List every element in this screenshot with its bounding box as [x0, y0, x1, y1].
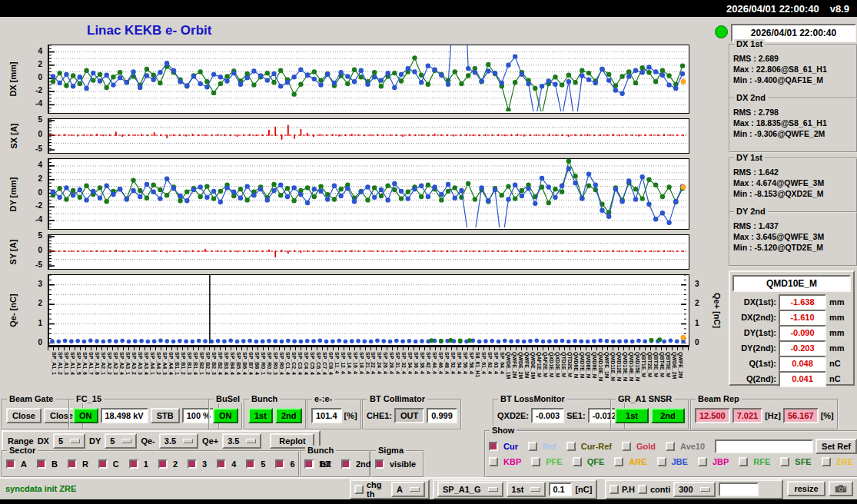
- chg-th-dropdown[interactable]: A: [391, 482, 425, 497]
- chg-th-checkbox[interactable]: [354, 485, 364, 494]
- bunch-filter-1st-checkbox[interactable]: [304, 459, 314, 469]
- bpm-label: SP_44_4: [432, 352, 437, 374]
- qe-plus-axis-ticks: 0123: [691, 274, 709, 346]
- bpm-label: QTD2E_M: [567, 352, 573, 377]
- bunch-select-group: Bunch 1st 2nd: [244, 399, 307, 430]
- bpm-label: SP_A1_6: [82, 352, 88, 375]
- bpm-label: SP_B1_1: [174, 352, 180, 375]
- qxd2e-readout: -0.003: [531, 408, 564, 423]
- sector-1-checkbox[interactable]: [129, 459, 138, 469]
- show-panel: Show CurRefCur-RefGoldAve10Set Ref KBPPF…: [484, 430, 857, 478]
- free-input[interactable]: [719, 482, 759, 496]
- show-pfe-checkbox[interactable]: [531, 457, 540, 466]
- bpm-label: SP_R0_4: [279, 352, 284, 375]
- dropdown-indicator-icon: [183, 439, 193, 443]
- sector-label: R: [82, 459, 88, 469]
- bpm-label: QMD11E_M: [610, 352, 616, 381]
- ref-file-input[interactable]: [715, 439, 813, 453]
- sector-r-checkbox[interactable]: [68, 459, 77, 469]
- bpm-label: SP_31_4: [395, 352, 400, 374]
- status-bar: syncdata init ZRE chg th A SP_A1_G 1st […: [0, 477, 857, 499]
- bunch-filter-2nd-checkbox[interactable]: [341, 459, 350, 469]
- bpm-label: QXD1E_M: [549, 352, 554, 377]
- show-label: SFE: [795, 457, 811, 466]
- che1-readout: 0.999: [427, 408, 457, 423]
- dx-plot: [48, 45, 689, 114]
- resize-button[interactable]: resize: [787, 481, 825, 496]
- show-cur-checkbox[interactable]: [489, 442, 498, 451]
- bpm-label: QAF1E_M: [536, 352, 542, 377]
- dropdown-indicator-icon: [488, 487, 498, 492]
- show-zre-checkbox[interactable]: [822, 457, 831, 466]
- sector-4-checkbox[interactable]: [217, 459, 226, 469]
- show-label: KBP: [503, 457, 521, 466]
- bpm-label: QMD9E_M: [592, 352, 597, 379]
- sx-axis-ticks: -505: [23, 118, 45, 154]
- show-are-checkbox[interactable]: [614, 457, 623, 466]
- sector-5-checkbox[interactable]: [246, 459, 255, 469]
- dx-axis-label: DX [mm]: [6, 45, 20, 114]
- sector-c-checkbox[interactable]: [98, 459, 108, 469]
- sector-6-checkbox[interactable]: [275, 459, 284, 469]
- bpm-label: SP_58_4: [469, 352, 474, 374]
- show-label: ARE: [629, 457, 646, 466]
- bunch-1st-button[interactable]: 1st: [248, 408, 273, 423]
- bpm-label: SP_A1_7: [88, 352, 94, 375]
- bpm-label: QMD13E_M: [623, 352, 628, 382]
- dropdown-indicator-icon: [121, 439, 131, 443]
- busel-on-button[interactable]: ON: [213, 408, 238, 423]
- bpm-label: QBT4E_M: [659, 352, 665, 377]
- gr-a1-1st-button[interactable]: 1st: [615, 408, 649, 423]
- conti-checkbox[interactable]: [638, 485, 647, 494]
- show-ref-checkbox[interactable]: [528, 442, 537, 451]
- screenshot-button[interactable]: [829, 481, 853, 496]
- acquisition-panel: P.H conti 300: [605, 479, 783, 499]
- range-qe-minus-dropdown[interactable]: 3.5: [159, 433, 198, 449]
- show-sfe-checkbox[interactable]: [780, 457, 789, 466]
- bunch-filter-label: 2nd: [356, 459, 371, 469]
- show-label: ZRE: [836, 457, 853, 466]
- bunch-2nd-button[interactable]: 2nd: [275, 408, 303, 423]
- sector-label: 1: [144, 459, 148, 469]
- sector-3-checkbox[interactable]: [188, 459, 197, 469]
- monitor-value: 0.048: [779, 356, 826, 372]
- show-curref-checkbox[interactable]: [566, 442, 576, 451]
- ph-checkbox[interactable]: [610, 485, 619, 494]
- fc15-stb-button[interactable]: STB: [151, 408, 180, 423]
- show-kbp-checkbox[interactable]: [489, 457, 498, 466]
- bpm-label: QMD7E_M: [580, 352, 585, 379]
- threshold-input[interactable]: [549, 482, 572, 496]
- bunch-dropdown[interactable]: 1st: [507, 482, 546, 497]
- sector-a-checkbox[interactable]: [6, 459, 15, 469]
- bt-collimator-group: BT Collimator CHE1: OUT 0.999: [362, 399, 462, 430]
- range-dx-dropdown[interactable]: 5: [53, 433, 85, 449]
- sigma-visible-checkbox[interactable]: [375, 459, 384, 469]
- bpm-label: SP_B4_4: [230, 352, 235, 375]
- dy-axis-label: DY [mm]: [6, 158, 20, 230]
- set-ref-button[interactable]: Set Ref: [815, 439, 857, 454]
- bpm-label: QMD8E_M: [586, 352, 591, 379]
- sector-label: 3: [202, 459, 207, 469]
- beam-gate-close-button-1[interactable]: Close: [6, 408, 42, 423]
- range-qe-plus-dropdown[interactable]: 3.5: [222, 433, 261, 449]
- sector-b-checkbox[interactable]: [37, 459, 46, 469]
- gr-a1-2nd-button[interactable]: 2nd: [651, 408, 685, 423]
- che1-out-button[interactable]: OUT: [394, 408, 424, 423]
- sector-2-checkbox[interactable]: [158, 459, 168, 469]
- busel-group: BuSel ON: [208, 399, 243, 430]
- show-label: JBP: [713, 457, 729, 466]
- show-jbe-checkbox[interactable]: [657, 457, 666, 466]
- bpm-label: SP_A3_4: [144, 352, 149, 375]
- show-qfe-checkbox[interactable]: [573, 457, 582, 466]
- stats-dy-2nd: DY 2nd RMS : 1.437 Max : 3.645@QWFE_3M M…: [729, 211, 857, 267]
- show-jbp-checkbox[interactable]: [698, 457, 707, 466]
- bpm-label: QWDE_2M: [518, 352, 523, 379]
- show-gold-checkbox[interactable]: [622, 442, 631, 451]
- fc15-on-button[interactable]: ON: [73, 408, 98, 423]
- count-dropdown[interactable]: 300: [673, 482, 715, 497]
- show-rfe-checkbox[interactable]: [739, 457, 748, 466]
- range-dy-dropdown[interactable]: 5: [105, 433, 137, 449]
- bpm-label: SP_46_4: [438, 352, 443, 374]
- show-ave10-checkbox[interactable]: [666, 442, 675, 451]
- sp-dropdown[interactable]: SP_A1_G: [437, 482, 503, 497]
